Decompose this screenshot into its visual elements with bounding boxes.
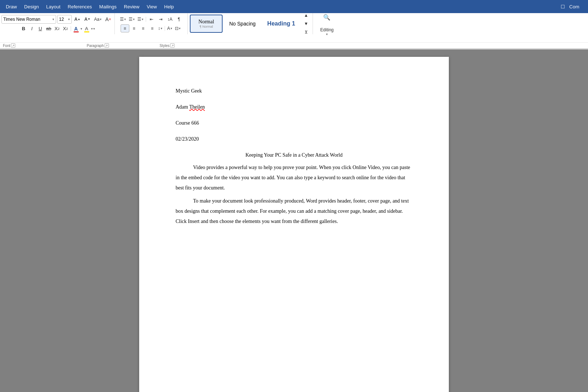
strikethrough-btn[interactable]: ab: [45, 25, 53, 33]
font-size-value: 12: [59, 17, 68, 22]
font-size-arrow: ▾: [68, 17, 70, 21]
font-color-btn[interactable]: A: [72, 25, 80, 33]
adam-text: Adam: [176, 104, 189, 110]
sort-btn[interactable]: ↕A: [165, 15, 174, 23]
font-label-area: Font ↗: [1, 43, 85, 48]
underline-btn[interactable]: U: [36, 25, 44, 33]
bullet-list-btn[interactable]: ☰ ▾: [119, 15, 127, 23]
menu-mailings[interactable]: Mailings: [96, 3, 119, 11]
editing-label: Editing: [320, 27, 334, 32]
styles-expand-btn[interactable]: ↗: [170, 43, 175, 48]
underline-btn-group[interactable]: U: [36, 25, 44, 33]
style-no-spacing-btn[interactable]: No Spacing: [224, 15, 260, 33]
paragraph-label-area: Paragraph ↗: [85, 43, 158, 48]
font-size-down-btn[interactable]: A▼: [83, 15, 92, 23]
menu-bar-right: ☐ Com: [558, 3, 585, 11]
menu-layout[interactable]: Layout: [43, 3, 63, 11]
paragraph-2[interactable]: To make your document look professionall…: [176, 196, 412, 227]
font-size-selector[interactable]: 12 ▾: [57, 15, 72, 24]
multilevel-list-icon: ☰: [137, 17, 141, 22]
highlight-btn[interactable]: A: [83, 25, 91, 33]
highlight-btn-group[interactable]: A: [83, 25, 91, 33]
paragraph-group-label: Paragraph ↗: [85, 43, 158, 48]
shading-icon: A: [167, 26, 170, 31]
change-case-arrow: ▾: [100, 17, 102, 21]
toolbar-main: Times New Roman ▾ 12 ▾ A▲ A▼ Aa ▾ A✕: [0, 13, 588, 42]
para2-text: To make your document look professionall…: [176, 198, 409, 224]
clear-format-btn[interactable]: A✕: [104, 15, 113, 23]
theilen-text: Theilen: [189, 104, 205, 110]
date-text: 02/23/2020: [176, 136, 199, 142]
menu-bar: Draw Design Layout References Mailings R…: [0, 0, 588, 13]
date-line: 02/23/2020: [176, 134, 412, 144]
header-block: Mystic Geek Adam Theilen Course 666 02/2…: [176, 86, 412, 144]
line-spacing-btn[interactable]: ↕ ▾: [157, 24, 164, 32]
group-labels-row: Font ↗ Paragraph ↗ Styles ↗: [0, 42, 588, 48]
document-area: Mystic Geek Adam Theilen Course 666 02/2…: [0, 50, 588, 392]
show-marks-btn[interactable]: ¶: [175, 15, 183, 23]
editing-arrow: ▾: [326, 32, 328, 36]
bullet-list-icon: ☰: [120, 17, 124, 22]
font-color-arrow2[interactable]: ▾: [93, 27, 95, 31]
bold-btn[interactable]: B: [20, 25, 28, 33]
font-family-value: Times New Roman: [3, 17, 52, 22]
font-color-indicator: [74, 31, 79, 32]
course-line: Course 666: [176, 118, 412, 128]
style-normal-label: Normal: [199, 19, 214, 25]
borders-btn[interactable]: ⊡ ▾: [174, 24, 182, 32]
paragraph-1[interactable]: Video provides a powerful way to help yo…: [176, 162, 412, 193]
change-case-btn[interactable]: Aa ▾: [93, 15, 103, 23]
number-list-btn[interactable]: ☰ ▾: [128, 15, 136, 23]
shading-btn[interactable]: A ▾: [166, 24, 173, 32]
menu-help[interactable]: Help: [161, 3, 177, 11]
change-case-label: Aa: [94, 17, 99, 22]
menu-view[interactable]: View: [144, 3, 160, 11]
subscript-btn[interactable]: X2: [53, 25, 61, 33]
indent-decrease-btn[interactable]: ⇤: [147, 15, 156, 23]
borders-icon: ⊡: [175, 26, 179, 31]
editing-btn[interactable]: Editing ▾: [317, 21, 337, 42]
line-spacing-icon: ↕: [158, 26, 160, 31]
paragraph-group: ☰ ▾ ☰ ▾ ☰ ▾ ⇤ ⇥ ↕A ¶: [115, 13, 188, 34]
font-color-btn-group[interactable]: A: [72, 25, 80, 33]
search-editing-area: 🔍 Editing ▾: [313, 13, 341, 42]
format-row: B I U ab X2 X2 A ▾: [20, 25, 95, 33]
menu-design[interactable]: Design: [21, 3, 42, 11]
course-text: Course 666: [176, 120, 199, 126]
comments-icon[interactable]: ☐ Com: [558, 3, 585, 11]
font-size-up-btn[interactable]: A▲: [73, 15, 82, 23]
search-btn[interactable]: 🔍: [322, 13, 332, 21]
number-list-icon: ☰: [129, 17, 133, 22]
font-expand-btn[interactable]: ↗: [11, 43, 15, 48]
menu-review[interactable]: Review: [121, 3, 142, 11]
style-normal-btn[interactable]: Normal ¶ Normal: [190, 15, 223, 33]
align-left-btn[interactable]: ≡: [121, 24, 129, 32]
align-right-btn[interactable]: ≡: [139, 24, 148, 32]
mystic-geek-text: Mystic Geek: [176, 88, 202, 94]
title-text: Keeping Your PC Safe in a Cyber Attack W…: [246, 152, 343, 158]
styles-scroll[interactable]: ▲ ▼ ⊻: [302, 11, 310, 36]
highlight-arrow[interactable]: ▾: [91, 27, 93, 31]
styles-expand-btn[interactable]: ⊻: [302, 28, 310, 36]
styles-group-label: Styles ↗: [158, 43, 587, 48]
superscript-btn[interactable]: X2: [62, 25, 70, 33]
multilevel-list-btn[interactable]: ☰ ▾: [136, 15, 145, 23]
menu-references[interactable]: References: [65, 3, 95, 11]
indent-increase-btn[interactable]: ⇥: [156, 15, 165, 23]
style-heading-btn[interactable]: Heading 1: [262, 15, 300, 33]
font-color-arrow[interactable]: ▾: [81, 27, 82, 31]
style-heading-label: Heading 1: [267, 20, 295, 27]
align-justify-btn[interactable]: ≡: [148, 24, 157, 32]
align-center-btn[interactable]: ≡: [130, 24, 138, 32]
menu-draw[interactable]: Draw: [3, 3, 20, 11]
styles-scroll-down[interactable]: ▼: [302, 20, 310, 28]
style-no-spacing-label: No Spacing: [229, 21, 255, 27]
styles-scroll-up[interactable]: ▲: [302, 11, 310, 19]
document-title: Keeping Your PC Safe in a Cyber Attack W…: [176, 150, 412, 160]
para1-text: Video provides a powerful way to help yo…: [176, 165, 410, 191]
italic-btn[interactable]: I: [28, 25, 36, 33]
font-family-selector[interactable]: Times New Roman ▾: [1, 15, 56, 24]
document-page[interactable]: Mystic Geek Adam Theilen Course 666 02/2…: [139, 57, 449, 392]
paragraph-expand-btn[interactable]: ↗: [105, 43, 109, 48]
styles-panel: Normal ¶ Normal No Spacing Heading 1 ▲ ▼…: [188, 13, 313, 34]
